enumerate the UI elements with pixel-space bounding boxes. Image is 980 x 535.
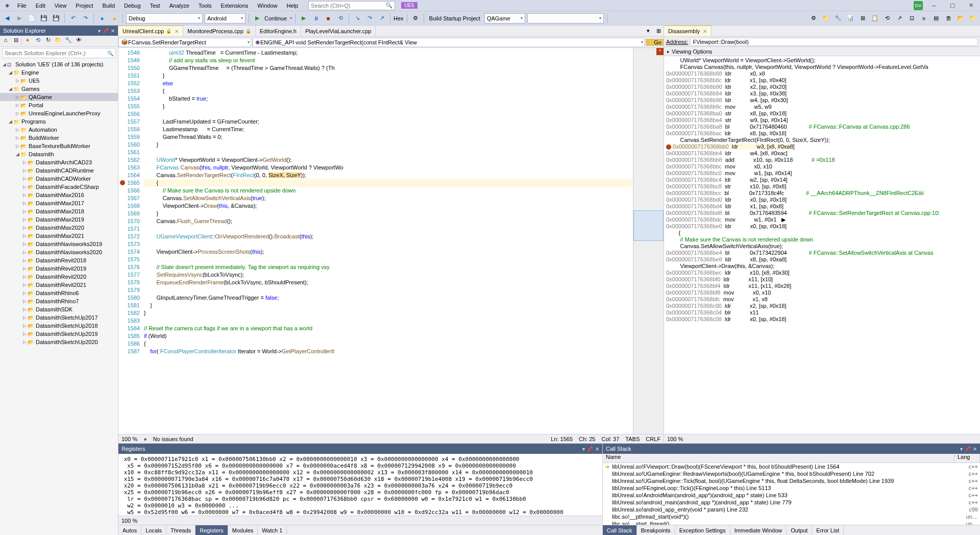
tree-item[interactable]: ▷📂BaseTextureBuildWorker: [0, 142, 118, 150]
menu-analyze[interactable]: Analyze: [165, 2, 193, 10]
nav-back-icon[interactable]: ◀: [2, 13, 12, 23]
tree-item[interactable]: ▷📂DatasmithRevit2020: [0, 273, 118, 281]
tab-overflow-icon[interactable]: ▾: [643, 26, 653, 36]
solution-search[interactable]: 🔍: [2, 48, 116, 58]
bottom-tab-exception-settings[interactable]: Exception Settings: [675, 525, 730, 535]
tree-item[interactable]: ▷📂DatasmithMax2021: [0, 232, 118, 240]
menu-tools[interactable]: Tools: [194, 2, 216, 10]
toolbar-icon-10[interactable]: ▤: [931, 13, 941, 23]
step-over-icon[interactable]: ↷: [364, 13, 375, 23]
close-icon[interactable]: ✕: [111, 28, 115, 34]
extra-combo[interactable]: [527, 13, 604, 23]
bottom-tab-error-list[interactable]: Error List: [812, 525, 844, 535]
tree-item[interactable]: ◢📁Datasmith: [0, 150, 118, 158]
tree-item[interactable]: ▷📂DatasmithSDK: [0, 305, 118, 313]
tree-item[interactable]: ▷📂DatasmithSketchUp2020: [0, 338, 118, 346]
toolbar-icon-3[interactable]: 📊: [845, 13, 855, 23]
config-combo[interactable]: Debug: [126, 13, 203, 23]
tree-item[interactable]: ◢📁Games: [0, 85, 118, 93]
close-icon[interactable]: ✕: [175, 29, 179, 34]
breakpoint-icon[interactable]: [120, 180, 125, 185]
tree-item[interactable]: ▷📂DatasmithRevit2021: [0, 281, 118, 289]
toolbar-icon-13[interactable]: 📁: [968, 13, 978, 23]
save-button[interactable]: 💾: [39, 13, 49, 23]
tree-item[interactable]: ▷📂DatasmithMax2018: [0, 207, 118, 215]
new-button[interactable]: 📄: [27, 13, 37, 23]
menu-project[interactable]: Project: [71, 2, 97, 10]
collapse-icon[interactable]: ⊟: [11, 37, 20, 46]
tree-item[interactable]: ▷📂DatasmithNavisworks2019: [0, 240, 118, 248]
pending-icon[interactable]: ●: [23, 37, 32, 46]
callstack-row[interactable]: libUnreal.so!UGameEngine::Tick(float, bo…: [603, 477, 980, 484]
close-icon[interactable]: ✕: [973, 446, 977, 452]
startup-combo[interactable]: QAGame: [484, 13, 525, 23]
callstack-row[interactable]: libUnreal.so!UGameEngine::RedrawViewport…: [603, 470, 980, 477]
menu-edit[interactable]: Edit: [32, 2, 50, 10]
pin-icon[interactable]: 📌: [587, 446, 593, 452]
pin-icon[interactable]: 📌: [965, 446, 971, 452]
toolbar-icon-0[interactable]: ⚙: [808, 13, 819, 23]
tree-item[interactable]: ▷📂DatasmithMax2016: [0, 191, 118, 199]
tree-item[interactable]: ▷📂DatasmithRevit2018: [0, 256, 118, 264]
callstack-body[interactable]: ➜libUnreal.so!FViewport::Draw(bool)(FSce…: [603, 463, 980, 525]
tree-item[interactable]: ◢📁Engine: [0, 68, 118, 77]
show-all-icon[interactable]: 📁: [54, 37, 63, 46]
continue-button[interactable]: ▶: [252, 13, 262, 23]
close-icon[interactable]: ✕: [595, 446, 599, 452]
platform-combo[interactable]: Android: [205, 13, 246, 23]
callstack-row[interactable]: libc.so!__pthread_start(void*)()un…: [603, 513, 980, 520]
panel-dropdown-icon[interactable]: ▾: [960, 446, 963, 452]
bottom-tab-registers[interactable]: Registers: [195, 525, 228, 535]
continue-label[interactable]: Continue: [264, 15, 287, 21]
solution-root[interactable]: ◢⊡ Solution 'UE5' (136 of 136 projects): [0, 60, 118, 68]
minimap[interactable]: +: [633, 48, 664, 434]
panel-dropdown-icon[interactable]: ▾: [98, 28, 101, 34]
callstack-row[interactable]: ➜libUnreal.so!FViewport::Draw(bool)(FSce…: [603, 463, 980, 470]
tree-item[interactable]: ▷📂DatasmithSketchUp2017: [0, 313, 118, 322]
home-icon[interactable]: ⌂: [1, 37, 10, 46]
toolbar-icon-4[interactable]: ⊞: [857, 13, 868, 23]
code-editor[interactable]: 1548154915501551155215531554155515561557…: [118, 48, 664, 434]
viewing-options[interactable]: ▸Viewing Options: [664, 47, 980, 56]
tree-item[interactable]: ▷📂UE5: [0, 77, 118, 85]
tree-item[interactable]: ▷📂DatasmithFacadeCSharp: [0, 183, 118, 191]
step-out-icon[interactable]: ↗: [377, 13, 387, 23]
tree-item[interactable]: ▷📂DatasmithCADWorker: [0, 175, 118, 183]
maximize-button[interactable]: ▢: [945, 2, 960, 9]
toolbar-icon-11[interactable]: 🖹: [943, 13, 953, 23]
menu-file[interactable]: File: [13, 2, 31, 10]
bottom-tab-locals[interactable]: Locals: [141, 525, 166, 535]
close-button[interactable]: ✕: [964, 2, 978, 9]
step-into-icon[interactable]: ↘: [352, 13, 362, 23]
tree-item[interactable]: ▷📂BuildWorker: [0, 134, 118, 142]
tree-item[interactable]: ▷📁Automation: [0, 126, 118, 134]
bottom-tab-breakpoints[interactable]: Breakpoints: [637, 525, 675, 535]
bottom-tab-autos[interactable]: Autos: [118, 525, 141, 535]
address-input[interactable]: [690, 38, 978, 46]
preview-icon[interactable]: 👁: [74, 37, 83, 46]
go-button[interactable]: ⚡Go: [646, 39, 664, 46]
toolbar-icon-9[interactable]: ≡: [919, 13, 929, 23]
solution-search-input[interactable]: [5, 50, 107, 56]
orange-dot-icon[interactable]: ●: [109, 13, 119, 23]
registers-body[interactable]: x0 = 0x00000711e7921c0 x1 = 0x0000075061…: [118, 454, 602, 516]
restart-button[interactable]: ⟲: [335, 13, 346, 23]
close-icon[interactable]: ✕: [703, 29, 707, 34]
save-all-button[interactable]: 💾: [51, 13, 61, 23]
tree-item[interactable]: ▷📂Portal: [0, 101, 118, 109]
add-button[interactable]: +: [656, 48, 664, 55]
tree-item[interactable]: ▷📂DatasmithSketchUp2018: [0, 322, 118, 330]
sync-icon[interactable]: ⟲: [33, 37, 42, 46]
bottom-tab-output[interactable]: Output: [787, 525, 812, 535]
member-combo[interactable]: ◉ ENGINE_API void SetRenderTargetRect(co…: [253, 38, 645, 47]
toolbar-icon-2[interactable]: 🔧: [833, 13, 843, 23]
callstack-row[interactable]: libUnreal.so!AndroidMain(android_app*)(a…: [603, 492, 980, 499]
tree-item[interactable]: ◢📁Programs: [0, 117, 118, 126]
menu-window[interactable]: Window: [253, 2, 281, 10]
editor-tab[interactable]: MonitoredProcess.cpp🔒: [183, 26, 255, 36]
toolbar-icon-8[interactable]: ⊡: [906, 13, 917, 23]
pin-icon[interactable]: 📌: [103, 28, 109, 34]
solution-tree[interactable]: ◢⊡ Solution 'UE5' (136 of 136 projects) …: [0, 59, 118, 535]
hex-toggle[interactable]: Hex: [394, 15, 404, 21]
scope-combo[interactable]: 📦 FCanvas.SetRenderTargetRect: [118, 38, 251, 47]
